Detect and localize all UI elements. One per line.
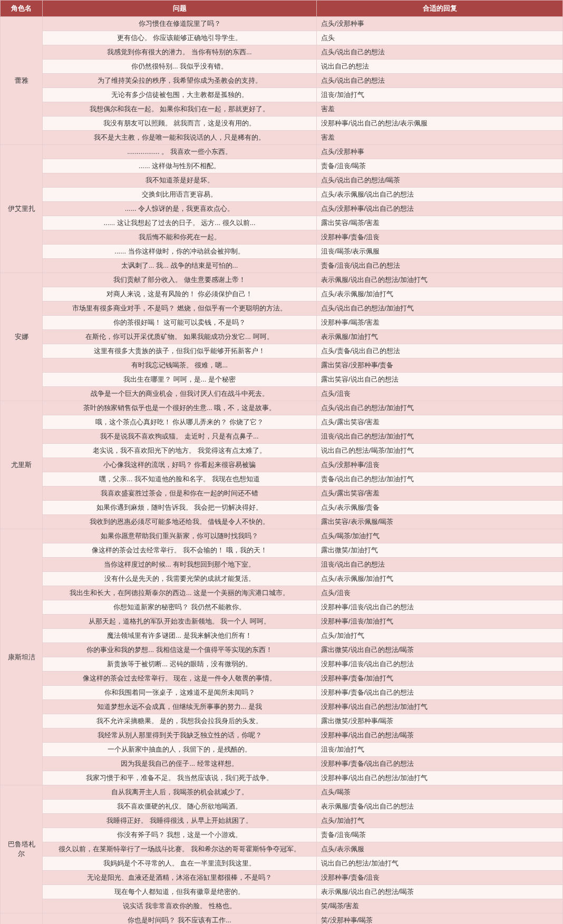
question-cell: ...... 令人惊讶的是，我更喜欢点心。 — [43, 202, 317, 216]
table-row: 哈琵你也是时间吗？ 我不应该有工作...笑/没那种事/喝茶 — [1, 913, 563, 925]
answer-cell: 没那种事/责备/说出自己的想法 — [317, 757, 563, 771]
question-cell: 你的茶很好喝！ 这可能可以卖钱，不是吗？ — [43, 316, 317, 330]
answer-cell: 点头/表示佩服/责备 — [317, 501, 563, 515]
table-row: 伊艾里扎................. 。 我喜欢一些小东西。点头/没那种事 — [1, 145, 563, 159]
question-cell: 从那天起，道格扎的军队开始攻击新领地。 我一个人 呵呵。 — [43, 615, 317, 629]
answer-cell: 表示佩服/加油打气 — [317, 330, 563, 344]
question-cell: 你仍然很特别... 我似乎没有错。 — [43, 60, 317, 74]
answer-cell: 笑/没那种事/喝茶 — [317, 913, 563, 925]
table-row: 很久以前，在莱斯特举行了一场战斗比赛。 我和希尔达的哥哥霍斯特争夺冠军。点头/表… — [1, 842, 563, 857]
answer-cell: 点头/表示佩服 — [317, 842, 563, 857]
question-cell: 如果你遇到麻烦，随时告诉我。 我会把一切解决得好。 — [43, 501, 317, 515]
answer-cell: 点头/表示佩服/加油打气 — [317, 287, 563, 301]
table-row: 像这样的茶会过去经常举行。 我不会输的！ 哦，我的天！露出微笑/加油打气 — [1, 543, 563, 558]
answer-cell: 露出笑容/说出自己的想法 — [317, 373, 563, 387]
answer-cell: 点头/表示佩服/说出自己的想法 — [317, 188, 563, 202]
question-cell: 交换剑比用语言更容易。 — [43, 188, 317, 202]
table-row: 魔法领域里有许多谜团... 是我来解决他们所有！点头/加油打气 — [1, 629, 563, 643]
question-cell: 你习惯住在修道院里了吗？ — [43, 17, 317, 31]
table-row: 因为我是我自己的侄子... 经常这样想。没那种事/责备/说出自己的想法 — [1, 757, 563, 771]
answer-cell: 说出自己的想法/喝茶/加油打气 — [317, 444, 563, 458]
character-cell: 安娜 — [1, 273, 43, 401]
character-cell: 巴鲁塔札尔 — [1, 785, 43, 913]
question-cell: 你和我围着同一张桌子，这难道不是闻所未闻吗？ — [43, 686, 317, 700]
table-row: 我不允许采摘糖果。 是的，我想我会拉我身后的头发。露出微笑/没那种事/喝茶 — [1, 714, 563, 728]
answer-cell: 笑/喝茶/害羞 — [317, 899, 563, 913]
table-row: 我妈妈是个不寻常的人。 血在一半里流到我这里。说出自己的想法/加油打气 — [1, 857, 563, 871]
table-row: 这里有很多大贵族的孩子，但我们似乎能够开拓新客户！点头/责备/说出自己的想法 — [1, 344, 563, 358]
question-cell: 很久以前，在莱斯特举行了一场战斗比赛。 我和希尔达的哥哥霍斯特争夺冠军。 — [43, 842, 317, 857]
table-row: 我出生和长大，在阿德拉斯泰尔的西边... 这是一个美丽的海滨港口城市。点头/沮丧 — [1, 586, 563, 600]
question-cell: 新贵族等于被切断... 迟钝的眼睛，没有微弱的。 — [43, 657, 317, 672]
answer-cell: 露出微笑/加油打气 — [317, 543, 563, 558]
table-row: 对商人来说，这是有风险的！ 你必须保护自己！点头/表示佩服/加油打气 — [1, 287, 563, 301]
answer-cell: 没那种事/说出自己的想法/表示佩服 — [317, 116, 563, 131]
character-cell: 康斯坦洁 — [1, 529, 43, 785]
answer-cell: 点头/说出自己的想法 — [317, 74, 563, 88]
question-cell: 我出生和长大，在阿德拉斯泰尔的西边... 这是一个美丽的海滨港口城市。 — [43, 586, 317, 600]
question-cell: 有时我忘记钱喝茶。 很难，嗯... — [43, 358, 317, 373]
table-row: 无论有多少信徒被包围，大主教都是孤独的。沮丧/加油打气 — [1, 88, 563, 102]
question-cell: 对商人来说，这是有风险的！ 你必须保护自己！ — [43, 287, 317, 301]
table-row: 一个从新家中抽血的人，我留下的，是残酷的。沮丧/加油打气 — [1, 743, 563, 757]
question-cell: 茶叶的独家销售似乎也是一个很好的生意... 哦，不，这是故事。 — [43, 401, 317, 415]
table-row: 我不是大主教，你是唯一能和我说话的人，只是稀有的。害羞 — [1, 131, 563, 145]
table-row: 我家习惯于和平，准备不足。 我当然应该说，我们死于战争。没那种事/说出自己的想法… — [1, 771, 563, 785]
answer-cell: 没那种事/责备/加油打气 — [317, 672, 563, 686]
answer-cell: 点头/没那种事/沮丧 — [317, 458, 563, 472]
answer-cell: 责备/沮丧/喝茶 — [317, 828, 563, 842]
answer-cell: 表示佩服/责备/说出自己的想法 — [317, 800, 563, 814]
question-cell: ...... 这样做与性别不相配。 — [43, 159, 317, 173]
table-row: 我喜欢盛宴胜过茶会，但是和你在一起的时间还不错点头/露出笑容/害羞 — [1, 487, 563, 501]
answer-cell: 露出笑容/表示佩服/喝茶 — [317, 515, 563, 529]
answer-cell: 没那种事/说出自己的想法/加油打气 — [317, 700, 563, 714]
table-row: 我睡得正好。 我睡得很浅，从早上开始就困了。点头/加油打气 — [1, 814, 563, 828]
table-row: 战争是一个巨大的商业机会，但我讨厌人们在战斗中死去。点头/沮丧 — [1, 387, 563, 401]
table-row: 为了维持芙朵拉的秩序，我希望你成为圣教会的支持。点头/说出自己的想法 — [1, 74, 563, 88]
table-row: 太讽刺了... 我... 战争的结束是可怕的...责备/沮丧/说出自己的想法 — [1, 259, 563, 273]
table-row: 小心像我这样的流氓，好吗？ 你看起来很容易被骗点头/没那种事/沮丧 — [1, 458, 563, 472]
table-row: 我不喜欢僵硬的礼仪。 随心所欲地喝酒。表示佩服/责备/说出自己的想法 — [1, 800, 563, 814]
question-cell: 一个从新家中抽血的人，我留下的，是残酷的。 — [43, 743, 317, 757]
answer-cell: 点头/喝茶/加油打气 — [317, 529, 563, 543]
table-row: 你和我围着同一张桌子，这难道不是闻所未闻吗？没那种事/责备/说出自己的想法 — [1, 686, 563, 700]
answer-cell: 没那种事/责备/沮丧 — [317, 871, 563, 885]
question-cell: 我不喜欢僵硬的礼仪。 随心所欲地喝酒。 — [43, 800, 317, 814]
question-cell: 魔法领域里有许多谜团... 是我来解决他们所有！ — [43, 629, 317, 643]
answer-cell: 表示佩服/说出自己的想法/喝茶 — [317, 885, 563, 899]
question-cell: 哦，这个茶点心真好吃！ 你从哪儿弄来的？ 你烧了它？ — [43, 415, 317, 430]
table-row: 你想知道新家的秘密吗？ 我仍然不能教你。没那种事/沮丧/说出自己的想法 — [1, 600, 563, 615]
answer-cell: 沮丧/加油打气 — [317, 743, 563, 757]
answer-cell: 点头/没那种事/说出自己的想法 — [317, 202, 563, 216]
table-row: 没有什么是先天的，我需要光荣的成就才能复活。点头/表示佩服/加油打气 — [1, 572, 563, 586]
question-cell: 我家习惯于和平，准备不足。 我当然应该说，我们死于战争。 — [43, 771, 317, 785]
answer-cell: 责备/沮丧/喝茶 — [317, 159, 563, 173]
table-row: 我收到的恩惠必须尽可能多地还给我。 借钱是令人不快的。露出笑容/表示佩服/喝茶 — [1, 515, 563, 529]
question-cell: 我想偶尔和我在一起。 如果你和我们在一起，那就更好了。 — [43, 102, 317, 116]
table-row: 我想偶尔和我在一起。 如果你和我们在一起，那就更好了。害羞 — [1, 102, 563, 116]
answer-cell: 点头 — [317, 31, 563, 45]
question-cell: 你想知道新家的秘密吗？ 我仍然不能教你。 — [43, 600, 317, 615]
question-cell: 更有信心。 你应该能够正确地引导学生。 — [43, 31, 317, 45]
question-cell: 你也是时间吗？ 我不应该有工作... — [43, 913, 317, 925]
table-row: 哦，这个茶点心真好吃！ 你从哪儿弄来的？ 你烧了它？点头/露出笑容/害羞 — [1, 415, 563, 430]
table-row: 你的茶很好喝！ 这可能可以卖钱，不是吗？没那种事/喝茶/害羞 — [1, 316, 563, 330]
table-row: 安娜我们贡献了部分收入。 做生意要感谢上帝！表示佩服/说出自己的想法/加油打气 — [1, 273, 563, 287]
answer-cell: 点头/加油打气 — [317, 629, 563, 643]
answer-cell: 露出笑容/喝茶/害羞 — [317, 216, 563, 230]
question-cell: 像这样的茶会过去经常举行。 现在，这是一件令人敬畏的事情。 — [43, 672, 317, 686]
table-row: 我出生在哪里？ 呵呵，是... 是个秘密露出笑容/说出自己的想法 — [1, 373, 563, 387]
question-cell: 我们贡献了部分收入。 做生意要感谢上帝！ — [43, 273, 317, 287]
table-row: 市场里有很多商业对手，不是吗？ 燃烧，但似乎有一个更聪明的方法。点头/说出自己的… — [1, 301, 563, 316]
table-row: 像这样的茶会过去经常举行。 现在，这是一件令人敬畏的事情。没那种事/责备/加油打… — [1, 672, 563, 686]
table-row: 无论是阳光、血液还是酒精，沐浴在浴缸里都很棒，不是吗？没那种事/责备/沮丧 — [1, 871, 563, 885]
dialogue-table: 角色名 问题 合适的回复 蕾雅你习惯住在修道院里了吗？点头/没那种事更有信心。 … — [0, 0, 563, 924]
question-cell: 说实话 我非常喜欢你的脸。 性格也。 — [43, 899, 317, 913]
question-cell: 现在每个人都知道，但我有徽章是绝密的。 — [43, 885, 317, 899]
table-row: 康斯坦洁如果你愿意帮助我们重兴新家，你可以随时找我吗？点头/喝茶/加油打气 — [1, 529, 563, 543]
table-row: ...... 这样做与性别不相配。责备/沮丧/喝茶 — [1, 159, 563, 173]
table-row: 说实话 我非常喜欢你的脸。 性格也。笑/喝茶/害羞 — [1, 899, 563, 913]
answer-cell: 沮丧/说出自己的想法/加油打气 — [317, 430, 563, 444]
answer-cell: 点头/露出笑容/害羞 — [317, 415, 563, 430]
question-cell: 太讽刺了... 我... 战争的结束是可怕的... — [43, 259, 317, 273]
